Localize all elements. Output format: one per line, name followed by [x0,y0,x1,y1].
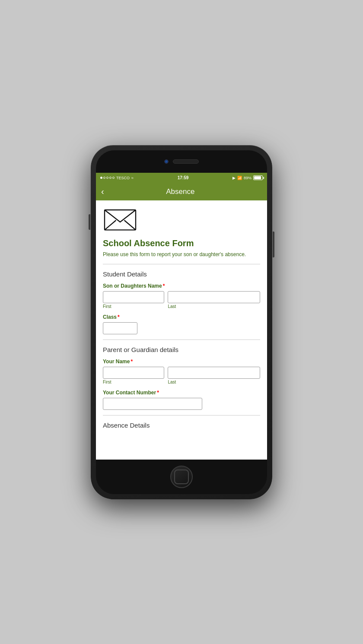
class-input[interactable] [103,322,137,334]
envelope-container [103,206,260,234]
back-button[interactable]: ‹ [101,187,104,197]
absence-details-heading: Absence Details [103,422,260,429]
speaker [173,159,199,164]
battery-fill [254,176,261,179]
phone-inner: TESCO ≈ 17:59 ▶ 📶 89% ‹ Absence [96,150,267,494]
envelope-icon [103,206,137,232]
class-input-wrapper [103,322,137,334]
parent-first-name-group: First [103,367,164,384]
camera [164,159,169,164]
signal-dot-2 [103,177,105,179]
student-last-name-group: Last [168,291,260,309]
your-name-group: Your Name* First Last [103,358,260,384]
wifi-icon: ≈ [131,176,134,180]
required-star-1: * [163,283,165,289]
parent-first-label: First [103,380,164,384]
carrier-label: TESCO [116,176,130,180]
nav-bar: ‹ Absence [96,183,267,200]
required-star-2: * [118,314,120,320]
student-first-name-group: First [103,291,164,309]
student-details-heading: Student Details [103,270,260,278]
form-subtitle: Please use this form to report your son … [103,251,260,258]
signal-dot-3 [106,177,108,179]
phone-top-bar [96,150,267,173]
battery-percent: 89% [244,176,252,180]
contact-number-group: Your Contact Number* [103,390,260,410]
form-content: School Absence Form Please use this form… [96,200,267,460]
parent-name-row: First Last [103,367,260,384]
contact-number-input[interactable] [103,398,202,410]
home-button-area [96,460,267,494]
your-name-label: Your Name* [103,358,260,365]
status-left: TESCO ≈ [100,176,134,180]
student-last-name-input[interactable] [168,291,260,303]
parent-last-name-input[interactable] [168,367,260,379]
parent-first-name-input[interactable] [103,367,164,379]
divider-2 [103,339,260,340]
status-time: 17:59 [178,175,189,180]
divider-1 [103,264,260,264]
required-star-3: * [131,358,133,365]
signal-dot-4 [109,177,111,179]
signal-dots [100,177,115,179]
student-last-label: Last [168,304,260,309]
status-right: ▶ 📶 89% [232,175,263,180]
screen: TESCO ≈ 17:59 ▶ 📶 89% ‹ Absence [96,173,267,460]
location-icon: ▶ [232,176,236,180]
son-daughter-name-label: Son or Daughters Name* [103,283,260,289]
divider-3 [103,415,260,416]
student-first-name-input[interactable] [103,291,164,303]
parent-last-label: Last [168,380,260,384]
form-title: School Absence Form [103,238,260,248]
son-daughter-name-group: Son or Daughters Name* First Last [103,283,260,309]
student-name-row: First Last [103,291,260,309]
home-button-inner [174,470,189,484]
phone-device: TESCO ≈ 17:59 ▶ 📶 89% ‹ Absence [91,145,272,499]
contact-number-label: Your Contact Number* [103,390,260,396]
battery-icon [253,175,263,180]
class-label: Class* [103,314,260,320]
status-bar: TESCO ≈ 17:59 ▶ 📶 89% [96,173,267,183]
parent-guardian-heading: Parent or Guardian details [103,346,260,353]
required-star-4: * [157,390,159,396]
nav-title: Absence [108,187,253,196]
signal-dot-1 [100,177,102,179]
student-first-label: First [103,304,164,309]
home-button[interactable] [170,466,193,488]
class-group: Class* [103,314,260,334]
bluetooth-icon: 📶 [237,176,242,180]
signal-dot-5 [112,177,115,179]
parent-last-name-group: Last [168,367,260,384]
